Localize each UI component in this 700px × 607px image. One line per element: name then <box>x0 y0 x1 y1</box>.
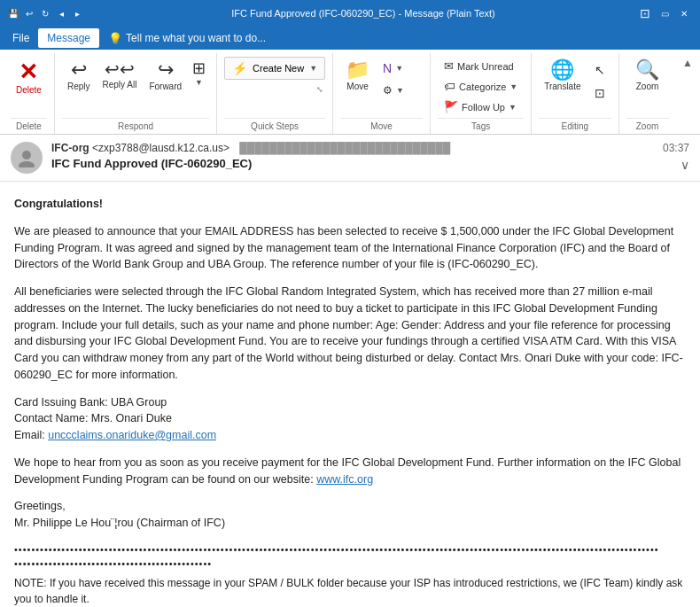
respond-group-label: Respond <box>62 118 209 134</box>
translate-icon: 🌐 <box>550 60 574 80</box>
email-paragraph-1: We are pleased to announce that your EMA… <box>14 223 686 273</box>
ribbon-group-quicksteps: ⚡ Create New ▼ ⤡ Quick Steps <box>217 53 333 134</box>
delete-buttons: ✕ Delete <box>11 53 47 116</box>
ribbon-group-move: 📁 Move N ▼ ⚙ ▼ Move <box>333 53 431 134</box>
recipient-blur: ████████████████████████████ <box>239 142 450 154</box>
create-new-arrow: ▼ <box>309 64 317 73</box>
more-respond-button[interactable]: ⊞ ▼ <box>189 57 209 90</box>
create-new-label: Create New <box>253 63 304 74</box>
zoom-label: Zoom <box>636 82 659 91</box>
zoom-icon: 🔍 <box>635 60 659 80</box>
quicksteps-expand[interactable]: ⤡ <box>315 83 325 96</box>
lightning-icon: ⚡ <box>232 61 247 75</box>
select-button[interactable]: ⊡ <box>590 83 611 103</box>
zoom-group-label: Zoom <box>626 118 669 134</box>
forward-icon: ↪ <box>158 60 174 80</box>
sender-name: IFC-org <box>51 142 92 154</box>
delete-icon: ✕ <box>19 60 38 83</box>
ribbon-group-editing: 🌐 Translate ↖ ⊡ Editing <box>532 53 618 134</box>
menu-message[interactable]: Message <box>38 28 99 48</box>
email-contact-info: Card Issuing Bank: UBA Group Contact Nam… <box>14 394 686 444</box>
lightbulb-icon: 💡 <box>108 32 122 45</box>
onenote-button[interactable]: N ▼ <box>378 58 423 78</box>
menu-bar: File Message 💡 Tell me what you want to … <box>0 27 700 50</box>
reply-all-icon: ↩↩ <box>105 60 135 78</box>
follow-up-arrow: ▼ <box>509 103 517 112</box>
rules-icon: ⚙ <box>383 84 393 97</box>
window-controls: ⊡ ▭ ✕ <box>636 6 693 20</box>
onenote-icon: N <box>383 61 392 75</box>
contact-email-link[interactable]: unccclaims.onariduke@gmail.com <box>48 429 216 441</box>
delete-group-label: Delete <box>11 118 47 134</box>
categorize-label: Categorize <box>459 82 506 92</box>
zoom-buttons: 🔍 Zoom <box>626 53 669 116</box>
categorize-icon: 🏷 <box>444 80 455 93</box>
move-buttons: 📁 Move N ▼ ⚙ ▼ <box>340 53 423 116</box>
email-info: IFC-org <zxp3788@lausd.k12.ca.us> ██████… <box>51 142 654 170</box>
title-bar-icons: 💾 ↩ ↻ ◂ ▸ <box>7 7 83 19</box>
email-greetings: Greetings, Mr. Philippe Le Hou¨¦rou (Cha… <box>14 498 686 532</box>
mark-unread-icon: ✉ <box>444 59 454 73</box>
maximize-button[interactable]: ▭ <box>656 6 673 20</box>
ribbon-group-delete: ✕ Delete Delete <box>4 53 55 134</box>
website-link[interactable]: www.ifc.org <box>316 473 373 486</box>
minimize-button[interactable]: ⊡ <box>636 6 654 20</box>
ribbon-collapse-button[interactable]: ▲ <box>682 57 693 69</box>
more-arrow: ▼ <box>195 78 203 87</box>
email-from: IFC-org <zxp3788@lausd.k12.ca.us> ██████… <box>51 142 654 154</box>
ribbon-group-respond: ↩ Reply ↩↩ Reply All ↪ Forward ⊞ ▼ Respo… <box>55 53 217 134</box>
translate-label: Translate <box>544 82 580 91</box>
email-subject: IFC Fund Approved (IFC-060290_EC) <box>51 157 654 170</box>
reply-button[interactable]: ↩ Reply <box>62 57 96 95</box>
svg-point-1 <box>19 161 35 167</box>
tags-group-label: Tags <box>438 118 524 134</box>
rules-button[interactable]: ⚙ ▼ <box>378 82 423 99</box>
delete-label: Delete <box>16 85 42 95</box>
note-paragraph: NOTE: If you have received this message … <box>14 575 686 607</box>
move-button[interactable]: 📁 Move <box>340 57 375 95</box>
create-new-button[interactable]: ⚡ Create New ▼ <box>224 57 325 80</box>
move-icon: 📁 <box>346 60 369 80</box>
zoom-button[interactable]: 🔍 Zoom <box>626 57 669 95</box>
quicksteps-buttons: ⚡ Create New ▼ ⤡ <box>224 53 325 116</box>
reply-all-label: Reply All <box>102 80 136 89</box>
save-icon[interactable]: 💾 <box>7 7 19 19</box>
undo-icon[interactable]: ↩ <box>23 7 35 19</box>
sender-avatar <box>11 142 43 174</box>
tell-me-input[interactable]: 💡 Tell me what you want to do... <box>99 28 275 49</box>
expand-header-button[interactable]: ∨ <box>681 158 689 172</box>
mark-unread-label: Mark Unread <box>457 61 514 72</box>
stars-line-2: ••••••••••••••••••••••••••••••••••••••••… <box>14 556 686 572</box>
redo-icon[interactable]: ↻ <box>39 7 51 19</box>
editing-group-label: Editing <box>539 118 611 134</box>
more-icon: ⊞ <box>192 60 206 76</box>
forward-label: Forward <box>149 82 182 91</box>
translate-button[interactable]: 🌐 Translate <box>539 57 586 95</box>
forward-nav-icon[interactable]: ▸ <box>71 7 83 19</box>
window-title: IFC Fund Approved (IFC-060290_EC) - Mess… <box>90 8 636 19</box>
ribbon-group-zoom: 🔍 Zoom Zoom <box>619 53 676 134</box>
stars-line-1: ••••••••••••••••••••••••••••••••••••••••… <box>14 542 686 557</box>
follow-up-icon: 🚩 <box>444 100 458 113</box>
follow-up-button[interactable]: 🚩 Follow Up ▼ <box>438 97 523 116</box>
move-label: Move <box>346 82 368 91</box>
reply-all-button[interactable]: ↩↩ Reply All <box>97 57 142 93</box>
respond-buttons: ↩ Reply ↩↩ Reply All ↪ Forward ⊞ ▼ <box>62 53 209 116</box>
sender-email: <zxp3788@lausd.k12.ca.us> <box>92 142 229 154</box>
editing-buttons: 🌐 Translate ↖ ⊡ <box>539 53 611 116</box>
mark-unread-button[interactable]: ✉ Mark Unread <box>438 57 520 75</box>
cursor-button[interactable]: ↖ <box>590 60 611 80</box>
back-nav-icon[interactable]: ◂ <box>55 7 67 19</box>
menu-file[interactable]: File <box>4 28 38 48</box>
email-time: 03:37 <box>663 142 689 154</box>
delete-button[interactable]: ✕ Delete <box>11 57 47 98</box>
email-body: Congratulations! We are pleased to annou… <box>0 182 700 607</box>
categorize-button[interactable]: 🏷 Categorize ▼ <box>438 77 524 96</box>
title-bar: 💾 ↩ ↻ ◂ ▸ IFC Fund Approved (IFC-060290_… <box>0 0 700 27</box>
onenote-arrow: ▼ <box>395 64 403 73</box>
forward-button[interactable]: ↪ Forward <box>144 57 187 95</box>
close-button[interactable]: ✕ <box>675 6 693 20</box>
tags-buttons: ✉ Mark Unread 🏷 Categorize ▼ 🚩 Follow Up… <box>438 53 524 116</box>
email-header-right: 03:37 ∨ <box>663 142 689 172</box>
email-paragraph-2: All beneficiaries were selected through … <box>14 284 686 384</box>
